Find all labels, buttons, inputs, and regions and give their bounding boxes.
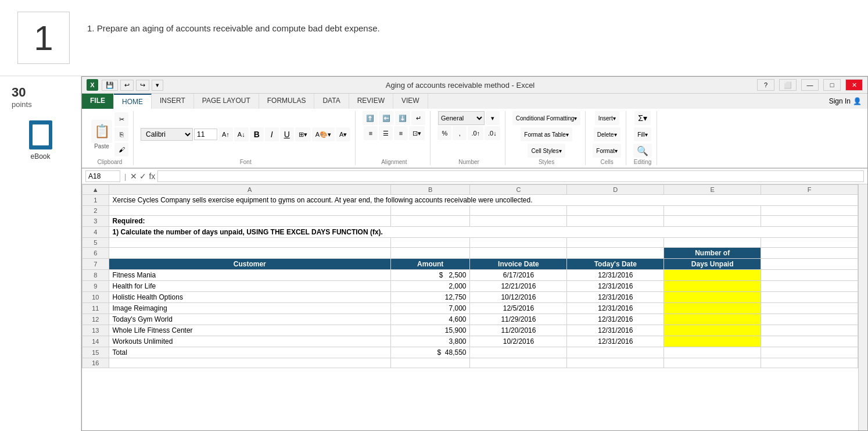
cell-c7[interactable]: Invoice Date bbox=[470, 259, 567, 270]
cell-a4[interactable]: 1) Calculate the number of days unpaid, … bbox=[109, 227, 858, 238]
cell-a13[interactable]: Whole Life Fitness Center bbox=[109, 325, 390, 336]
cell-f15[interactable] bbox=[761, 347, 858, 358]
tab-insert[interactable]: INSERT bbox=[152, 94, 194, 109]
cell-b9[interactable]: 2,000 bbox=[390, 281, 470, 292]
cell-e16[interactable] bbox=[664, 358, 761, 368]
help-button[interactable]: ? bbox=[757, 79, 774, 91]
delete-cells-button[interactable]: Delete▾ bbox=[594, 127, 620, 141]
tab-formulas[interactable]: FORMULAS bbox=[259, 94, 315, 109]
font-size-input[interactable] bbox=[194, 129, 217, 140]
sign-in-button[interactable]: Sign In 👤 bbox=[823, 94, 867, 109]
cell-b10[interactable]: 12,750 bbox=[390, 292, 470, 303]
cell-e10[interactable] bbox=[664, 292, 761, 303]
cell-e14[interactable] bbox=[664, 336, 761, 347]
font-color-button[interactable]: A▾ bbox=[336, 127, 350, 141]
col-header-a[interactable]: A bbox=[109, 185, 390, 195]
insert-cells-button[interactable]: Insert▾ bbox=[595, 111, 619, 125]
cell-f3[interactable] bbox=[761, 216, 858, 227]
cell-a16[interactable] bbox=[109, 358, 390, 368]
cell-f7[interactable] bbox=[761, 259, 858, 270]
tab-data[interactable]: DATA bbox=[314, 94, 349, 109]
cell-c2[interactable] bbox=[470, 206, 567, 216]
cell-e11[interactable] bbox=[664, 303, 761, 314]
col-header-f[interactable]: F bbox=[761, 185, 858, 195]
tab-page-layout[interactable]: PAGE LAYOUT bbox=[194, 94, 259, 109]
cell-styles-button[interactable]: Cell Styles▾ bbox=[528, 144, 565, 158]
increase-font-button[interactable]: A↑ bbox=[218, 127, 233, 141]
align-top-button[interactable]: ⬆️ bbox=[363, 111, 378, 125]
cell-c8[interactable]: 6/17/2016 bbox=[470, 270, 567, 281]
autosum-button[interactable]: Σ▾ bbox=[634, 111, 651, 125]
merge-cells-button[interactable]: ⊡▾ bbox=[409, 126, 425, 140]
cell-b11[interactable]: 7,000 bbox=[390, 303, 470, 314]
cell-a3[interactable]: Required: bbox=[109, 216, 390, 227]
cell-f13[interactable] bbox=[761, 325, 858, 336]
cell-f11[interactable] bbox=[761, 303, 858, 314]
ebook-button[interactable]: eBook bbox=[12, 120, 69, 161]
cell-f5[interactable] bbox=[761, 238, 858, 248]
number-format-select[interactable]: General bbox=[438, 111, 485, 125]
cell-c15[interactable] bbox=[470, 347, 567, 358]
cell-b14[interactable]: 3,800 bbox=[390, 336, 470, 347]
cell-c13[interactable]: 11/20/2016 bbox=[470, 325, 567, 336]
align-right-button[interactable]: ≡ bbox=[394, 126, 408, 140]
cell-d2[interactable] bbox=[567, 206, 664, 216]
cell-c10[interactable]: 10/12/2016 bbox=[470, 292, 567, 303]
cell-a2[interactable] bbox=[109, 206, 390, 216]
cell-d13[interactable]: 12/31/2016 bbox=[567, 325, 664, 336]
cell-f2[interactable] bbox=[761, 206, 858, 216]
tab-view[interactable]: VIEW bbox=[393, 94, 428, 109]
cell-f10[interactable] bbox=[761, 292, 858, 303]
save-button[interactable]: 💾 bbox=[102, 80, 118, 91]
format-as-table-button[interactable]: Format as Table▾ bbox=[521, 127, 572, 141]
cell-b2[interactable] bbox=[390, 206, 470, 216]
cell-b3[interactable] bbox=[390, 216, 470, 227]
maximize-button[interactable]: □ bbox=[823, 79, 841, 91]
cell-c3[interactable] bbox=[470, 216, 567, 227]
cell-d14[interactable]: 12/31/2016 bbox=[567, 336, 664, 347]
cell-c16[interactable] bbox=[470, 358, 567, 368]
increase-decimal-button[interactable]: .0↑ bbox=[468, 126, 483, 140]
cell-b15[interactable]: $ 48,550 bbox=[390, 347, 470, 358]
cell-e6[interactable]: Number of bbox=[664, 248, 761, 259]
italic-button[interactable]: I bbox=[265, 127, 279, 141]
cell-a15[interactable]: Total bbox=[109, 347, 390, 358]
cell-a8[interactable]: Fitness Mania bbox=[109, 270, 390, 281]
cell-d8[interactable]: 12/31/2016 bbox=[567, 270, 664, 281]
cell-b8[interactable]: $ 2,500 bbox=[390, 270, 470, 281]
cell-f8[interactable] bbox=[761, 270, 858, 281]
format-cells-button[interactable]: Format▾ bbox=[593, 144, 621, 158]
cell-b5[interactable] bbox=[390, 238, 470, 248]
cell-d16[interactable] bbox=[567, 358, 664, 368]
cell-e8[interactable] bbox=[664, 270, 761, 281]
find-select-button[interactable]: 🔍 bbox=[633, 144, 652, 158]
format-painter-button[interactable]: 🖌 bbox=[114, 143, 128, 156]
copy-button[interactable]: ⎘ bbox=[114, 127, 128, 141]
cut-button[interactable]: ✂ bbox=[114, 112, 128, 126]
col-header-e[interactable]: E bbox=[664, 185, 761, 195]
cell-d9[interactable]: 12/31/2016 bbox=[567, 281, 664, 292]
cell-e7[interactable]: Days Unpaid bbox=[664, 259, 761, 270]
comma-button[interactable]: , bbox=[453, 126, 467, 140]
cell-d12[interactable]: 12/31/2016 bbox=[567, 314, 664, 325]
borders-button[interactable]: ⊞▾ bbox=[295, 127, 311, 141]
cell-b6[interactable] bbox=[390, 248, 470, 259]
cancel-formula-icon[interactable]: ✕ bbox=[130, 172, 137, 181]
underline-button[interactable]: U bbox=[280, 127, 294, 141]
undo-button[interactable]: ↩ bbox=[120, 80, 134, 91]
bold-button[interactable]: B bbox=[250, 127, 264, 141]
wrap-text-button[interactable]: ↵ bbox=[411, 111, 425, 125]
cell-a6[interactable] bbox=[109, 248, 390, 259]
cell-e5[interactable] bbox=[664, 238, 761, 248]
col-header-d[interactable]: D bbox=[567, 185, 664, 195]
cell-e12[interactable] bbox=[664, 314, 761, 325]
cell-d11[interactable]: 12/31/2016 bbox=[567, 303, 664, 314]
cell-d6[interactable] bbox=[567, 248, 664, 259]
tab-review[interactable]: REVIEW bbox=[349, 94, 393, 109]
cell-b7[interactable]: Amount bbox=[390, 259, 470, 270]
cell-d7[interactable]: Today's Date bbox=[567, 259, 664, 270]
insert-function-icon[interactable]: fx bbox=[149, 172, 155, 181]
col-header-b[interactable]: B bbox=[390, 185, 470, 195]
font-name-select[interactable]: Calibri bbox=[141, 128, 193, 141]
cell-f16[interactable] bbox=[761, 358, 858, 368]
